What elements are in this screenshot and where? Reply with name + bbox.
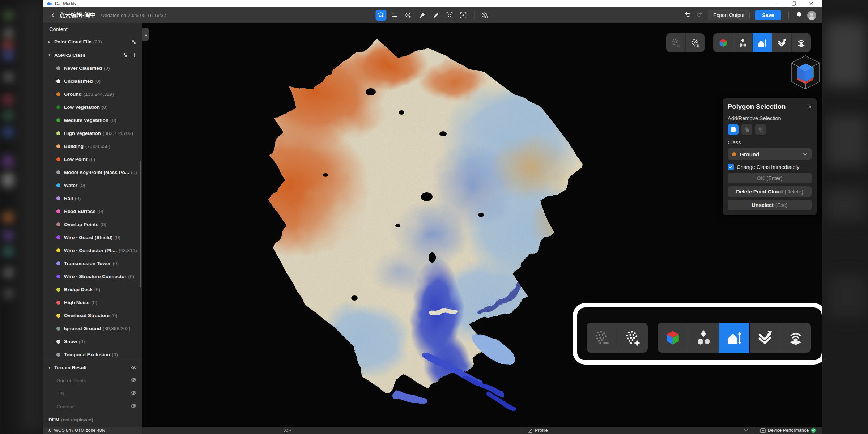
dem-row[interactable]: DEM (not displayed) (43, 413, 142, 426)
asprs-class-row[interactable]: ▾ ASPRS Class (43, 48, 142, 61)
orientation-cube[interactable] (789, 54, 822, 94)
class-item[interactable]: Wire - Structure Connector (0) (43, 270, 142, 283)
device-performance-label: Device Performance (768, 428, 809, 433)
class-item[interactable]: Ground (133,244,329) (43, 88, 142, 101)
class-count: (133,244,329) (84, 92, 114, 97)
class-item[interactable]: Road Surface (0) (43, 205, 142, 218)
point-density-decrease-button-large[interactable] (587, 323, 617, 353)
class-item[interactable]: Temporal Exclusion (0) (43, 348, 142, 361)
class-label: Model Key-Point (Mass Po... (64, 170, 129, 175)
filter-sliders-icon[interactable] (122, 52, 128, 58)
visibility-off-icon[interactable] (131, 377, 137, 383)
redo-button[interactable] (696, 11, 703, 19)
class-item[interactable]: Low Vegetation (0) (43, 101, 142, 114)
rect-selection-tool[interactable] (389, 10, 400, 21)
add-selection-button[interactable] (741, 124, 752, 135)
crs-indicator[interactable]: WGS 84 / UTM zone 48N (43, 427, 142, 434)
elevation-view-button-large[interactable] (719, 323, 749, 353)
terrain-child-row[interactable]: TIN (43, 387, 142, 400)
crs-label: WGS 84 / UTM zone 48N (54, 428, 105, 433)
change-class-checkbox-row[interactable]: Change Class Immediately (728, 164, 812, 170)
profile-tool[interactable]: Profile (528, 427, 548, 434)
class-item[interactable]: Never Classified (0) (43, 61, 142, 75)
unselect-button[interactable]: Unselect (Esc) (728, 200, 812, 210)
return-view-button-large[interactable] (750, 323, 780, 353)
sidebar-scrollbar[interactable] (140, 161, 141, 287)
class-item[interactable]: Rail (0) (43, 192, 142, 205)
subtract-selection-button[interactable] (755, 124, 766, 135)
class-item[interactable]: Low Point (0) (43, 153, 142, 166)
expand-selection-tool[interactable] (444, 10, 455, 21)
class-item[interactable]: Model Key-Point (Mass Po... (0) (43, 166, 142, 179)
class-item[interactable]: Medium Vegetation (0) (43, 114, 142, 127)
class-item[interactable]: Unclassified (0) (43, 75, 142, 88)
class-dropdown[interactable]: Ground (728, 148, 812, 160)
circle-selection-tool[interactable] (403, 10, 414, 21)
shrink-selection-tool[interactable] (458, 10, 469, 21)
filter-sliders-icon[interactable] (131, 39, 137, 45)
save-button[interactable]: Save (755, 10, 781, 20)
class-item[interactable]: Overlap Points (0) (43, 218, 142, 231)
class-item[interactable]: Water (0) (43, 179, 142, 192)
class-item[interactable]: Wire - Conductor (Ph... (43,819) (43, 244, 142, 257)
model-settings-tool[interactable] (479, 10, 490, 21)
class-label: Overlap Points (64, 222, 98, 227)
point-density-increase-button-large[interactable] (617, 323, 648, 353)
device-performance-indicator[interactable]: Device Performance (760, 427, 816, 434)
terrain-child-row[interactable]: Grid of Points (43, 374, 142, 387)
point-cloud-canvas[interactable] (43, 23, 822, 427)
elevation-view-button[interactable] (752, 33, 772, 52)
class-item[interactable]: Ignored Ground (39,398,202) (43, 322, 142, 335)
back-button[interactable]: ‹ (51, 10, 54, 19)
user-avatar[interactable] (807, 11, 816, 20)
terrain-child-row[interactable]: Contour (43, 400, 142, 413)
class-item[interactable]: Building (7,300,658) (43, 140, 142, 153)
rgb-view-button[interactable] (713, 33, 733, 52)
brush-tool[interactable] (417, 10, 427, 21)
notifications-bell-icon[interactable] (796, 11, 802, 19)
visibility-off-icon[interactable] (131, 390, 137, 396)
collapse-arrow-icon[interactable]: ▾ (48, 53, 54, 58)
pen-tool[interactable] (430, 10, 441, 21)
class-item[interactable]: High Noise (0) (43, 296, 142, 309)
rgb-view-button-large[interactable] (658, 323, 688, 353)
viewport[interactable] (43, 23, 822, 427)
class-view-button[interactable] (733, 33, 752, 52)
class-item[interactable]: Transmission Tower (0) (43, 257, 142, 270)
ok-button[interactable]: OK (Enter) (728, 173, 812, 183)
terrain-result-row[interactable]: ▾ Terrain Result (43, 361, 142, 374)
return-view-button[interactable] (772, 33, 791, 52)
visibility-off-icon[interactable] (131, 403, 137, 409)
panel-collapse-icon[interactable]: » (808, 103, 812, 110)
visibility-off-icon[interactable] (131, 365, 137, 371)
terrain-result-label: Terrain Result (54, 365, 87, 370)
class-item[interactable]: Bridge Deck (0) (43, 283, 142, 296)
undo-button[interactable] (685, 11, 691, 19)
checkbox-checked-icon[interactable] (728, 164, 734, 170)
point-density-increase-button[interactable] (685, 33, 705, 52)
expand-arrow-icon[interactable]: ▸ (48, 39, 54, 44)
collapse-arrow-icon[interactable]: ▾ (48, 365, 54, 370)
class-item[interactable]: Wire - Guard (Shield) (0) (43, 231, 142, 244)
class-label: Overhead Structure (64, 313, 110, 318)
new-selection-button[interactable] (728, 124, 739, 135)
class-view-button-large[interactable] (688, 323, 719, 353)
intensity-view-button-large[interactable] (780, 323, 811, 353)
point-density-decrease-button[interactable] (666, 33, 685, 52)
class-item[interactable]: High Vegetation (383,714,702) (43, 127, 142, 140)
class-item[interactable]: Snow (0) (43, 335, 142, 348)
sidebar-collapse-button[interactable]: « (142, 28, 149, 41)
delete-point-cloud-button[interactable]: Delete Point Cloud (Delete) (728, 186, 812, 197)
restore-button[interactable] (792, 1, 796, 6)
class-label: Transmission Tower (64, 261, 111, 266)
class-label: Ground (64, 92, 82, 97)
minimize-button[interactable] (774, 1, 779, 6)
polygon-selection-tool[interactable] (375, 10, 386, 21)
add-class-icon[interactable] (132, 52, 137, 58)
intensity-view-button[interactable] (791, 33, 811, 52)
export-output-button[interactable]: Export Output (708, 10, 750, 20)
statusbar-chevron-down[interactable] (744, 427, 748, 434)
point-cloud-file-row[interactable]: ▸ Point Cloud File (23) (43, 35, 142, 48)
class-item[interactable]: Overhead Structure (0) (43, 309, 142, 322)
close-button[interactable] (809, 1, 813, 6)
